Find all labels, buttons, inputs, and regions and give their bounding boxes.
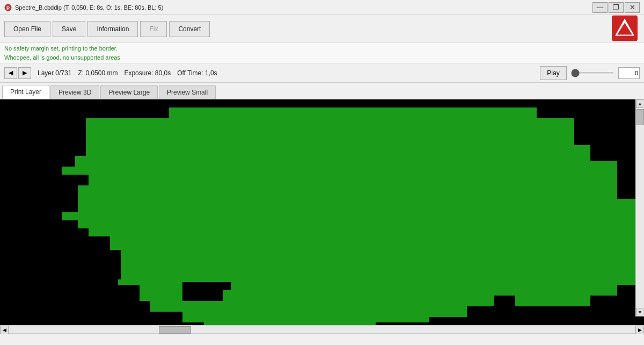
vertical-scrollbar[interactable]: ▲ ▼	[635, 99, 644, 317]
convert-button[interactable]: Convert	[169, 21, 210, 37]
minimize-button[interactable]: —	[592, 2, 608, 13]
next-layer-button[interactable]: ▶	[18, 67, 31, 79]
z-label: Z: 0,0500 mm	[78, 69, 118, 77]
toolbar: Open File Save Information Fix Convert	[0, 15, 644, 43]
scroll-left-arrow[interactable]: ◀	[0, 326, 9, 334]
horizontal-scrollbar[interactable]: ◀ ▶	[0, 325, 644, 334]
h-scroll-thumb[interactable]	[159, 326, 191, 334]
scroll-track[interactable]	[636, 108, 645, 308]
slider-container	[571, 72, 614, 74]
brand-logo	[612, 15, 638, 41]
close-button[interactable]: ✕	[625, 2, 640, 13]
information-button[interactable]: Information	[87, 21, 138, 37]
save-button[interactable]: Save	[53, 21, 85, 37]
main-area: ▲ ▼	[0, 99, 644, 325]
tab-bar: Print Layer Preview 3D Preview Large Pre…	[0, 83, 644, 99]
title-text: P Spectre_B.cbddlp (T: 0,050, E: 8s, O: …	[4, 4, 163, 11]
layer-input[interactable]: 0	[618, 67, 640, 79]
layer-preview-svg	[0, 99, 635, 325]
layer-slider[interactable]	[571, 72, 614, 74]
fix-button[interactable]: Fix	[140, 21, 167, 37]
scroll-right-arrow[interactable]: ▶	[635, 326, 644, 334]
logo-area	[612, 15, 638, 42]
svg-marker-6	[54, 99, 635, 325]
print-preview	[0, 99, 635, 325]
maximize-button[interactable]: ❐	[609, 2, 624, 13]
prev-layer-button[interactable]: ◀	[4, 67, 17, 79]
layer-bar: ◀ ▶ Layer 0/731 Z: 0,0500 mm Exposure: 8…	[0, 63, 644, 83]
scroll-down-arrow[interactable]: ▼	[636, 308, 645, 317]
svg-rect-8	[354, 99, 360, 107]
play-section: Play 0	[540, 66, 640, 80]
title-controls[interactable]: — ❐ ✕	[592, 2, 640, 13]
layer-nav-up[interactable]: ◀ ▶	[4, 67, 31, 79]
play-button[interactable]: Play	[540, 66, 567, 80]
h-scroll-track[interactable]	[9, 326, 635, 333]
scroll-thumb[interactable]	[636, 109, 644, 125]
info-line-2: Whoopee, all is good, no unsupported are…	[4, 53, 640, 62]
svg-marker-11	[110, 250, 121, 279]
svg-rect-10	[494, 296, 515, 312]
layer-label: Layer 0/731	[38, 69, 71, 77]
status-bar	[0, 334, 644, 345]
svg-text:P: P	[6, 5, 10, 11]
window-title: Spectre_B.cbddlp (T: 0,050, E: 8s, O: 1s…	[15, 4, 163, 11]
tab-preview-3d[interactable]: Preview 3D	[50, 85, 99, 99]
scroll-up-arrow[interactable]: ▲	[636, 99, 645, 108]
exposure-label: Exposure: 80,0s	[124, 69, 171, 77]
title-bar: P Spectre_B.cbddlp (T: 0,050, E: 8s, O: …	[0, 0, 644, 15]
off-time-label: Off Time: 1,0s	[177, 69, 217, 77]
app-icon: P	[4, 4, 12, 11]
tab-preview-large[interactable]: Preview Large	[100, 85, 158, 99]
tab-preview-small[interactable]: Preview Small	[159, 85, 216, 99]
info-line-1: No safety margin set, printing to the bo…	[4, 44, 640, 53]
tab-print-layer[interactable]: Print Layer	[2, 85, 49, 99]
svg-marker-7	[105, 99, 169, 118]
info-bar: No safety margin set, printing to the bo…	[0, 43, 644, 63]
open-file-button[interactable]: Open File	[4, 21, 50, 37]
